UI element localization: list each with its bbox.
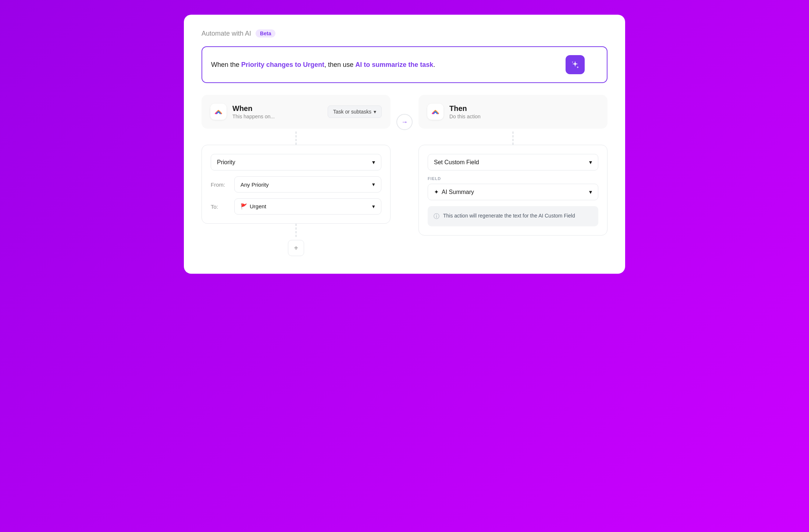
sparkle-icon	[571, 60, 580, 69]
prompt-highlight1: Priority changes to Urgent	[241, 61, 324, 68]
to-label: To:	[211, 204, 228, 210]
priority-dropdown[interactable]: Priority ▾	[211, 154, 381, 170]
task-badge[interactable]: Task or subtasks ▾	[328, 105, 382, 118]
header-title: Automate with AI	[202, 30, 251, 37]
from-value: Any Priority	[240, 181, 269, 188]
prompt-text: When the Priority changes to Urgent, the…	[211, 60, 435, 70]
prompt-prefix: When the	[211, 61, 241, 68]
ai-field-value: AI Summary	[442, 189, 474, 195]
ai-sparkle-button[interactable]	[566, 55, 585, 74]
clickup-logo-then	[427, 104, 443, 120]
action-dropdown[interactable]: Set Custom Field ▾	[428, 154, 598, 170]
arrow-icon: →	[401, 118, 408, 126]
from-field-row: From: Any Priority ▾	[211, 176, 381, 193]
then-header-card: Then Do this action	[418, 95, 607, 129]
action-card: Set Custom Field ▾ FIELD ✦ AI Summary ▾ …	[418, 145, 607, 236]
columns-layout: When This happens on... Task or subtasks…	[202, 95, 607, 256]
from-dropdown[interactable]: Any Priority ▾	[234, 176, 381, 193]
when-title: When	[232, 104, 275, 113]
header: Automate with AI Beta	[202, 29, 607, 37]
dotted-connector-plus	[296, 224, 296, 237]
ai-summary-dropdown[interactable]: ✦ AI Summary ▾	[428, 184, 598, 200]
info-box: ⓘ This action will regenerate the text f…	[428, 206, 598, 226]
info-icon: ⓘ	[434, 213, 439, 220]
prompt-suffix: .	[433, 61, 435, 68]
priority-chevron: ▾	[372, 159, 375, 166]
ai-field-row: ✦ AI Summary	[434, 188, 474, 195]
prompt-middle: , then use	[324, 61, 355, 68]
action-label: Set Custom Field	[434, 159, 479, 166]
flag-icon: 🚩	[240, 203, 247, 210]
prompt-box: When the Priority changes to Urgent, the…	[202, 46, 607, 83]
clickup-logo-icon	[214, 107, 223, 116]
then-subtitle: Do this action	[449, 114, 481, 119]
field-section-label: FIELD	[428, 176, 598, 181]
add-condition-button[interactable]: +	[288, 240, 304, 256]
when-header-card: When This happens on... Task or subtasks…	[202, 95, 391, 129]
task-badge-chevron: ▾	[374, 109, 376, 115]
arrow-circle: →	[396, 114, 413, 130]
beta-badge: Beta	[256, 29, 275, 37]
to-dropdown[interactable]: 🚩Urgent ▾	[234, 198, 381, 215]
to-value: 🚩Urgent	[240, 203, 266, 210]
when-column: When This happens on... Task or subtasks…	[202, 95, 391, 256]
to-chevron: ▾	[372, 203, 375, 210]
from-label: From:	[211, 181, 228, 188]
sparkle-icon: ✦	[434, 188, 439, 195]
to-field-row: To: 🚩Urgent ▾	[211, 198, 381, 215]
arrow-connector: →	[391, 95, 418, 130]
when-subtitle: This happens on...	[232, 114, 275, 119]
when-info: When This happens on...	[232, 104, 275, 119]
dotted-connector-then	[513, 132, 513, 145]
action-chevron: ▾	[589, 159, 592, 166]
prompt-highlight2: AI to summarize the task	[355, 61, 433, 68]
condition-card: Priority ▾ From: Any Priority ▾ To:	[202, 145, 391, 224]
then-title: Then	[449, 104, 481, 113]
task-badge-label: Task or subtasks	[333, 109, 371, 115]
priority-label: Priority	[217, 159, 235, 166]
info-text: This action will regenerate the text for…	[443, 212, 575, 220]
clickup-logo-then-icon	[431, 107, 440, 116]
main-card: Automate with AI Beta When the Priority …	[184, 15, 625, 274]
then-info: Then Do this action	[449, 104, 481, 119]
clickup-logo-when	[210, 104, 227, 120]
ai-summary-chevron: ▾	[589, 188, 592, 195]
then-column: Then Do this action Set Custom Field ▾ F…	[418, 95, 607, 236]
dotted-connector-when	[296, 132, 296, 145]
from-chevron: ▾	[372, 181, 375, 188]
